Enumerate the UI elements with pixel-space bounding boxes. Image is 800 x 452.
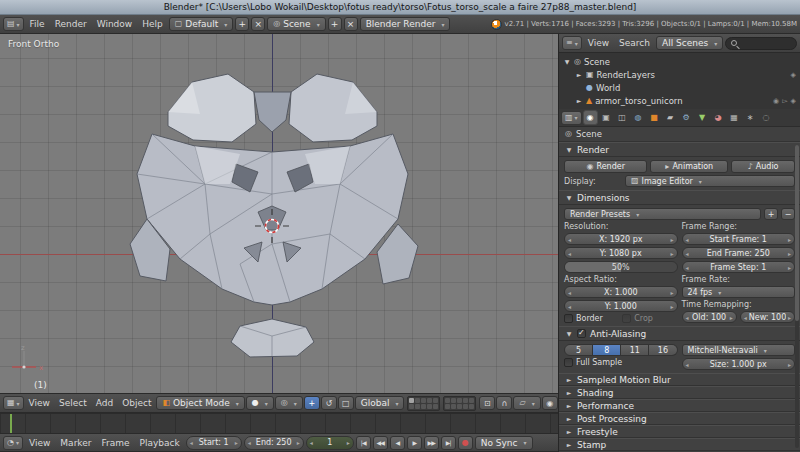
aa-samples-11-button[interactable]: 11 xyxy=(621,344,649,356)
menu-view[interactable]: View xyxy=(25,398,54,408)
tab-render[interactable]: ◉ xyxy=(583,110,598,125)
aa-samples-5-button[interactable]: 5 xyxy=(564,344,593,356)
manipulator-translate-button[interactable]: + xyxy=(304,396,320,410)
mode-dropdown[interactable]: ◧ Object Mode xyxy=(156,396,244,410)
add-preset-button[interactable]: + xyxy=(764,208,778,220)
tab-object[interactable]: ■ xyxy=(647,110,662,125)
menu-playback[interactable]: Playback xyxy=(136,438,184,448)
resolution-y-field[interactable]: Y: 1080 px xyxy=(564,247,678,259)
layer-button[interactable] xyxy=(469,404,474,409)
resolution-scale-slider[interactable]: 50% xyxy=(564,261,678,273)
aa-filter-dropdown[interactable]: Mitchell-Netravali xyxy=(682,344,796,356)
animation-button[interactable]: ▸Animation xyxy=(650,160,728,173)
next-keyframe-button[interactable]: ▶▶ xyxy=(424,436,439,450)
layer-button[interactable] xyxy=(451,404,456,409)
end-frame-field[interactable]: End Frame: 250 xyxy=(682,247,796,259)
menu-window[interactable]: Window xyxy=(93,19,137,29)
play-reverse-button[interactable]: ◀ xyxy=(390,436,405,450)
visibility-icon[interactable]: ◉ xyxy=(773,97,779,105)
layer-button[interactable] xyxy=(415,398,420,403)
timeline-track[interactable] xyxy=(0,413,558,433)
remove-preset-button[interactable]: − xyxy=(781,208,795,220)
panel-stamp-header[interactable]: Stamp xyxy=(559,438,800,451)
menu-view[interactable]: View xyxy=(25,438,54,448)
editor-type-button-3dview[interactable]: ▦ xyxy=(3,396,24,410)
crop-checkbox[interactable]: Crop xyxy=(622,314,677,323)
expand-icon[interactable] xyxy=(563,58,571,65)
properties-scrollbar[interactable] xyxy=(795,145,799,448)
aa-size-field[interactable]: Size: 1.000 px xyxy=(682,358,796,370)
render-engine-dropdown[interactable]: Blender Render xyxy=(360,17,451,31)
start-frame-field[interactable]: Start Frame: 1 xyxy=(682,233,796,245)
menu-render[interactable]: Render xyxy=(51,19,91,29)
delete-scene-button[interactable]: × xyxy=(344,17,358,31)
layers-group-1[interactable] xyxy=(407,396,440,411)
layer-button[interactable] xyxy=(427,398,432,403)
menu-view[interactable]: View xyxy=(584,38,613,48)
add-screen-layout-button[interactable]: + xyxy=(235,17,249,31)
menu-object[interactable]: Object xyxy=(118,398,155,408)
torso-mesh-object[interactable] xyxy=(0,34,558,393)
audio-button[interactable]: ♪Audio xyxy=(731,160,795,173)
render-button[interactable]: ◉Render xyxy=(564,160,647,173)
antialiasing-checkbox[interactable] xyxy=(577,329,586,338)
pivot-point-dropdown[interactable]: ◎ xyxy=(275,396,303,410)
panel-dimensions-header[interactable]: Dimensions xyxy=(559,190,800,205)
editor-type-button-timeline[interactable]: ◔ xyxy=(3,436,23,450)
panel-shading-header[interactable]: Shading xyxy=(559,386,800,399)
panel-render-header[interactable]: Render xyxy=(559,142,800,157)
outliner-item-scene[interactable]: ◎ Scene xyxy=(563,55,796,68)
display-dropdown[interactable]: ▨Image Editor xyxy=(625,175,795,187)
panel-antialiasing-header[interactable]: Anti-Aliasing xyxy=(559,326,800,341)
layers-group-2[interactable] xyxy=(443,396,476,411)
outliner-item-world[interactable]: ● World xyxy=(563,81,796,94)
manipulator-rotate-button[interactable]: ↺ xyxy=(321,396,337,410)
layers-widget[interactable] xyxy=(407,396,476,411)
menu-help[interactable]: Help xyxy=(138,19,167,29)
tab-modifiers[interactable]: ⚙ xyxy=(679,110,694,125)
menu-frame[interactable]: Frame xyxy=(97,438,133,448)
layer-button[interactable] xyxy=(421,404,426,409)
screen-layout-dropdown[interactable]: ▢ Default xyxy=(169,17,233,31)
menu-marker[interactable]: Marker xyxy=(56,438,95,448)
current-frame-field[interactable]: 1 xyxy=(306,436,354,450)
timeline-playhead[interactable] xyxy=(10,414,12,433)
tab-constraints[interactable]: ▰ xyxy=(663,110,678,125)
frame-step-field[interactable]: Frame Step: 1 xyxy=(682,261,796,273)
layer-button[interactable] xyxy=(463,398,468,403)
outliner-search-field[interactable] xyxy=(725,37,797,50)
tab-render-layers[interactable]: ▣ xyxy=(599,110,614,125)
menu-select[interactable]: Select xyxy=(55,398,91,408)
tab-particles[interactable]: ∗ xyxy=(743,110,758,125)
aspect-x-field[interactable]: X: 1.000 xyxy=(564,286,678,298)
scrollbar-thumb[interactable] xyxy=(795,145,799,321)
jump-to-start-button[interactable]: |◀ xyxy=(356,436,371,450)
tab-object-data[interactable]: ▼ xyxy=(695,110,710,125)
scene-dropdown[interactable]: ◎ Scene xyxy=(267,17,325,31)
layer-button[interactable] xyxy=(457,398,462,403)
aspect-y-field[interactable]: Y: 1.000 xyxy=(564,300,678,312)
border-checkbox[interactable]: Border xyxy=(564,314,619,323)
editor-type-button-info[interactable]: ▤ xyxy=(3,17,24,31)
viewport-shading-dropdown[interactable]: ● xyxy=(246,396,274,410)
layer-button[interactable] xyxy=(463,404,468,409)
jump-to-end-button[interactable]: ▶| xyxy=(441,436,456,450)
manipulator-scale-button[interactable]: □ xyxy=(338,396,354,410)
previous-keyframe-button[interactable]: ◀◀ xyxy=(373,436,388,450)
remap-old-field[interactable]: Old: 100 xyxy=(682,311,737,323)
transform-orientation-dropdown[interactable]: Global xyxy=(355,396,405,410)
menu-add[interactable]: Add xyxy=(92,398,117,408)
snap-element-dropdown[interactable]: ▱ xyxy=(513,396,540,410)
record-button[interactable]: ● xyxy=(458,436,473,450)
tab-material[interactable]: ◕ xyxy=(711,110,726,125)
layer-button[interactable] xyxy=(421,398,426,403)
menu-file[interactable]: File xyxy=(26,19,49,29)
timeline-end-field[interactable]: End: 250 xyxy=(244,436,304,450)
play-button[interactable]: ▶ xyxy=(407,436,422,450)
layer-button[interactable] xyxy=(415,404,420,409)
add-scene-button[interactable]: + xyxy=(328,17,342,31)
layer-button[interactable] xyxy=(451,398,456,403)
render-restrict-icon[interactable]: ◈ xyxy=(791,71,796,79)
layer-button[interactable] xyxy=(445,404,450,409)
render-restrict-icon[interactable]: ◈ xyxy=(791,97,796,105)
